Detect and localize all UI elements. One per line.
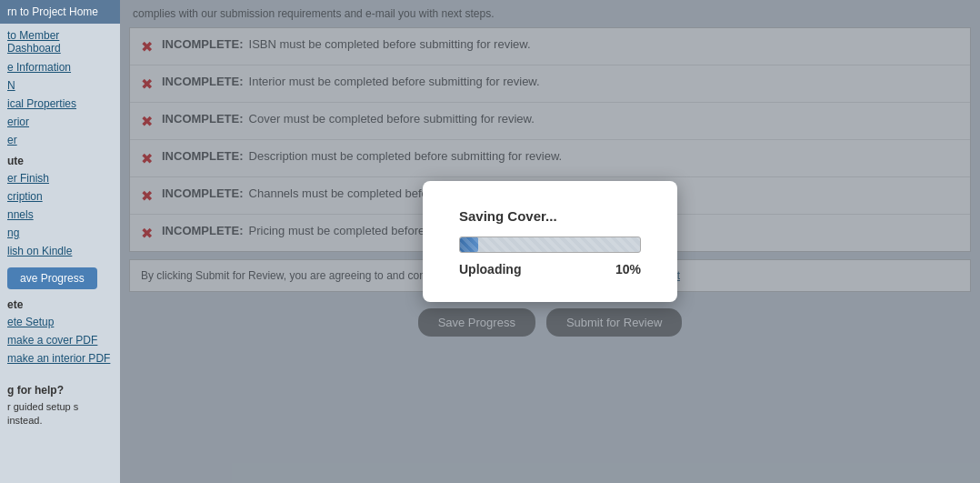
sidebar: rn to Project Home to Member Dashboard e… (0, 0, 120, 483)
modal-status-label: Uploading (459, 262, 521, 277)
help-section: g for help? r guided setup s instead. (0, 377, 120, 436)
modal-box: Saving Cover... Uploading 10% (423, 181, 677, 302)
interior-link[interactable]: erior (0, 113, 120, 131)
pricing-link[interactable]: ng (0, 224, 120, 242)
complete-setup-link[interactable]: ete Setup (0, 313, 120, 331)
cover-finish-link[interactable]: er Finish (0, 169, 120, 187)
modal-overlay: Saving Cover... Uploading 10% (120, 0, 980, 483)
distribute-label: ute (0, 149, 120, 169)
modal-title-bold: Cover (507, 208, 545, 224)
modal-title: Saving Cover... (459, 208, 641, 224)
make-interior-pdf-link[interactable]: make an interior PDF (0, 349, 120, 367)
help-text: r guided setup s instead. (7, 400, 113, 428)
main-content: complies with our submission requirement… (120, 0, 980, 483)
return-project-home[interactable]: rn to Project Home (0, 0, 120, 24)
progress-bar-stripe (460, 237, 640, 252)
complete-label: ete (0, 293, 120, 313)
description-link[interactable]: cription (0, 187, 120, 206)
member-dashboard-link[interactable]: to Member Dashboard (0, 25, 120, 58)
modal-title-prefix: Saving (459, 208, 507, 224)
save-progress-sidebar-button[interactable]: ave Progress (7, 267, 97, 289)
help-title: g for help? (7, 384, 113, 397)
modal-title-suffix: ... (545, 208, 557, 224)
isbn-link[interactable]: N (0, 76, 120, 95)
physical-properties-link[interactable]: ical Properties (0, 95, 120, 113)
cover-link[interactable]: er (0, 131, 120, 149)
channels-link[interactable]: nnels (0, 206, 120, 224)
progress-bar-container (459, 236, 641, 253)
make-cover-pdf-link[interactable]: make a cover PDF (0, 331, 120, 349)
book-information-link[interactable]: e Information (0, 58, 120, 76)
publish-kindle-link[interactable]: lish on Kindle (0, 242, 120, 260)
modal-status-row: Uploading 10% (459, 262, 641, 277)
modal-progress-percent: 10% (615, 262, 641, 277)
